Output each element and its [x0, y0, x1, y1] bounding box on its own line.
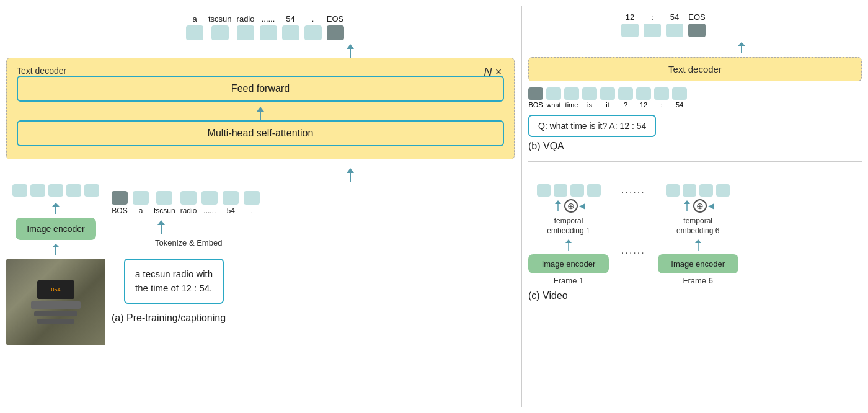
- token-dots: ......: [260, 14, 277, 40]
- radio-image: 054: [6, 259, 105, 345]
- svg-marker-3: [257, 107, 264, 112]
- frame1-tokens: [537, 172, 601, 197]
- vqa-section: 12 : 54 EOS: [528, 6, 862, 162]
- token-bottom-items: BOS a tscsun radio: [112, 184, 260, 215]
- multi-head-box: Multi-head self-attention: [17, 120, 504, 146]
- plus-circle-1: ⊕: [564, 199, 578, 213]
- inner-arrow: [17, 107, 504, 120]
- token-b-radio: radio: [180, 191, 197, 215]
- tokenize-arrow: [155, 219, 167, 237]
- img-token-4: [66, 184, 81, 197]
- token-a: a: [186, 14, 203, 40]
- vqa-arrow-up: [528, 41, 862, 55]
- token-radio: radio: [237, 14, 255, 40]
- r-token-12: 12: [621, 12, 639, 37]
- video-dots-col: ...... ......: [621, 172, 645, 256]
- token-b-period: .: [244, 191, 260, 215]
- top-token-row: a tscsun radio ...... 54 .: [6, 6, 515, 40]
- svg-marker-17: [565, 239, 572, 243]
- svg-marker-15: [555, 200, 561, 204]
- frame1-col: ⊕ ◀ temporal embedding 1: [528, 172, 609, 285]
- pretrain-label: (a) Pre-training/captioning: [112, 304, 226, 324]
- inner-arrow-svg: [254, 105, 267, 122]
- frame6-col: ⊕ ◀ temporal embedding 6: [658, 172, 738, 285]
- token-row-bottom: BOS a tscsun radio: [112, 184, 515, 324]
- image-encoder-col: Image encoder 054: [6, 184, 105, 345]
- frame1-label: Frame 1: [554, 276, 583, 285]
- temporal-label-1: temporal embedding 1: [547, 216, 590, 236]
- token-box-54: [282, 25, 299, 40]
- token-b-a: a: [133, 191, 149, 215]
- radio-screen-display: 054: [37, 280, 74, 299]
- token-box-a: [186, 25, 203, 40]
- svg-marker-9: [52, 244, 60, 247]
- bottom-up-arrow-svg: [344, 167, 356, 183]
- vqa-answer-box: Q: what time is it? A: 12 : 54: [528, 115, 656, 137]
- svg-marker-19: [684, 200, 690, 204]
- right-panel: 12 : 54 EOS: [521, 6, 862, 407]
- token-b-tscsun: tscsun: [154, 191, 175, 215]
- frame6-label: Frame 6: [683, 276, 712, 285]
- svg-marker-7: [52, 203, 60, 206]
- token-bos: BOS: [112, 191, 128, 215]
- video-frames-row: ⊕ ◀ temporal embedding 1: [528, 172, 862, 285]
- feed-forward-box: Feed forward: [17, 76, 504, 102]
- r-time: time: [564, 87, 579, 109]
- video-label: (c) Video: [528, 290, 862, 301]
- tokenize-label: Tokenize & Embed: [155, 238, 222, 247]
- temporal-label-2: temporal embedding 6: [676, 216, 719, 236]
- svg-marker-11: [157, 220, 165, 225]
- vqa-label: (b) VQA: [528, 141, 862, 152]
- token-period: .: [304, 14, 322, 40]
- arrow-bottom-up: [6, 168, 515, 182]
- token-eos: EOS: [327, 14, 344, 40]
- r-qmark: ?: [618, 87, 633, 109]
- r-token-eos: EOS: [688, 12, 706, 37]
- decoder-label: Text decoder: [17, 66, 66, 76]
- radio-arrow-svg: [50, 242, 62, 256]
- up-arrow-svg: [344, 43, 356, 59]
- r-mcolon: :: [654, 87, 669, 109]
- svg-marker-21: [695, 239, 701, 243]
- r-is: is: [582, 87, 597, 109]
- token-box-eos: [327, 25, 344, 40]
- svg-marker-5: [347, 168, 354, 173]
- img-token-3: [48, 184, 63, 197]
- right-top-tokens: 12 : 54 EOS: [528, 6, 862, 37]
- r-it: it: [600, 87, 615, 109]
- frame6-tokens: [666, 172, 730, 197]
- r-what: what: [546, 87, 561, 109]
- image-encoder-box: Image encoder: [16, 218, 96, 240]
- token-box-period: [304, 25, 322, 40]
- img-enc-arrow-svg: [50, 202, 62, 215]
- token-tscsun: tscsun: [208, 14, 232, 40]
- plus-circle-6: ⊕: [693, 199, 707, 213]
- radio-screen: 054: [37, 280, 74, 299]
- frame6-encoder-box: Image encoder: [658, 254, 738, 273]
- video-section: ⊕ ◀ temporal embedding 1: [528, 167, 862, 407]
- caption-line1: a tecsun radio with: [135, 267, 213, 282]
- img-enc-arrow: [50, 202, 62, 215]
- arrow-decoder-up: [6, 44, 515, 58]
- frame1-enc-arrow: [564, 238, 574, 252]
- left-panel: a tscsun radio ...... 54 .: [6, 6, 515, 407]
- radio-image-inner: 054: [6, 259, 105, 345]
- token-b-54: 54: [223, 191, 239, 215]
- bottom-row: Image encoder 054: [6, 184, 515, 345]
- main-container: a tscsun radio ...... 54 .: [0, 0, 868, 413]
- r-token-colon: :: [644, 12, 661, 37]
- r-m54: 54: [672, 87, 687, 109]
- img-token-1: [12, 184, 27, 197]
- caption-box: a tecsun radio with the time of 12 : 54.: [124, 259, 224, 304]
- token-box-radio: [237, 25, 254, 40]
- frame1-encoder-box: Image encoder: [528, 254, 609, 273]
- right-decoder-area: Text decoder: [528, 57, 862, 81]
- caption-line2: the time of 12 : 54.: [135, 282, 213, 296]
- decoder-area: Text decoder N × Feed forward Multi-head…: [6, 58, 515, 159]
- token-b-dots: ......: [202, 191, 218, 215]
- r-m12: 12: [636, 87, 651, 109]
- svg-marker-1: [347, 44, 354, 49]
- frame6-enc-arrow: [693, 238, 703, 252]
- r-bos: BOS: [528, 87, 543, 109]
- token-box-dots: [260, 25, 277, 40]
